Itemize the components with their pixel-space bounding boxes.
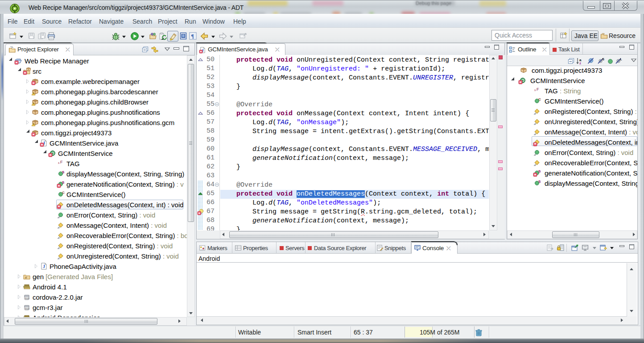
- svg-text:J: J: [43, 264, 45, 269]
- svg-text:#: #: [25, 276, 27, 280]
- svg-text:s: s: [534, 88, 536, 92]
- svg-text:z: z: [579, 61, 581, 65]
- svg-text:S: S: [62, 170, 65, 174]
- svg-text:S: S: [538, 180, 541, 184]
- svg-text:C: C: [62, 191, 65, 195]
- svg-text:010: 010: [25, 307, 29, 310]
- svg-text:S: S: [538, 169, 541, 173]
- svg-text:C: C: [538, 97, 541, 101]
- svg-text:010: 010: [25, 297, 29, 300]
- svg-text:F: F: [60, 160, 63, 164]
- svg-text:s: s: [58, 160, 60, 165]
- svg-text:F: F: [537, 87, 539, 92]
- svg-text:¶: ¶: [191, 33, 194, 39]
- svg-text:L: L: [620, 58, 622, 61]
- svg-text:S: S: [602, 58, 604, 61]
- svg-text:S: S: [62, 180, 65, 184]
